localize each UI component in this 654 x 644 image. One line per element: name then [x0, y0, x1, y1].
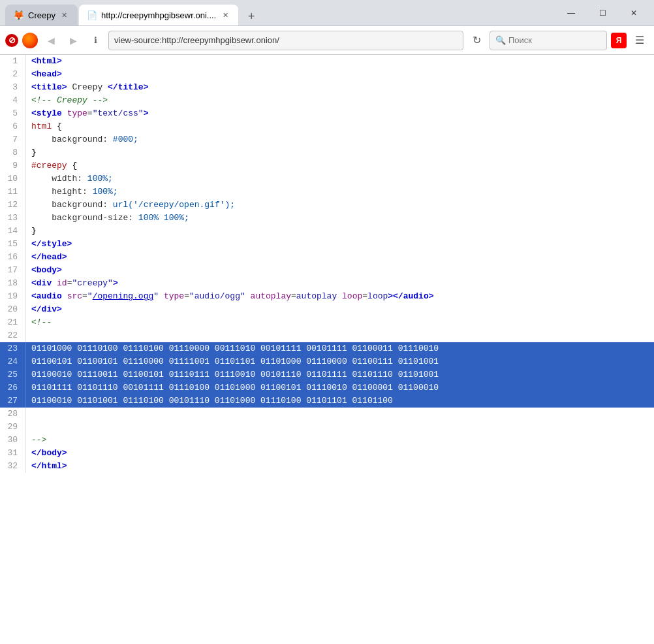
restore-button[interactable]: ☐ [587, 3, 617, 24]
line-content: <!-- [31, 316, 654, 329]
search-input[interactable] [508, 35, 593, 45]
line-number: 17 [0, 264, 26, 277]
line-content: width: 100%; [31, 172, 654, 185]
new-tab-button[interactable]: + [242, 7, 260, 25]
table-row: 18<div id="creepy"> [0, 277, 654, 290]
line-content: <style type="text/css"> [31, 107, 654, 120]
table-row: 21<!-- [0, 316, 654, 329]
line-number: 13 [0, 212, 26, 225]
forward-arrow-icon: ▶ [70, 35, 77, 46]
line-content [31, 408, 654, 421]
table-row: 30--> [0, 434, 654, 447]
line-content: background: url('/creepy/open.gif'); [31, 199, 654, 212]
line-number: 2 [0, 68, 26, 81]
line-content: #creepy { [31, 159, 654, 172]
table-row: 3<title> Creepy </title> [0, 81, 654, 94]
line-number: 22 [0, 329, 26, 342]
line-content: } [31, 225, 654, 238]
line-number: 1 [0, 55, 26, 68]
line-content: <head> [31, 68, 654, 81]
line-content [31, 421, 654, 434]
search-box: 🔍 [490, 31, 607, 50]
table-row: 2701100010 01101001 01110100 00101110 01… [0, 394, 654, 408]
home-icon[interactable] [22, 33, 38, 48]
info-button[interactable]: ℹ [86, 31, 104, 50]
line-content: <audio src="/opening.ogg" type="audio/og… [31, 290, 654, 303]
line-number: 26 [0, 381, 26, 394]
line-content: </div> [31, 303, 654, 316]
line-content: <body> [31, 264, 654, 277]
table-row: 6html { [0, 120, 654, 133]
forward-button[interactable]: ▶ [64, 31, 82, 50]
table-row: 2<head> [0, 68, 654, 81]
noscript-icon[interactable]: ⊘ [5, 34, 18, 47]
table-row: 2501100010 01110011 01100101 01110111 01… [0, 368, 654, 381]
line-content: 01100101 01100101 01110000 01111001 0110… [31, 355, 654, 368]
line-content: background-size: 100% 100%; [31, 212, 654, 225]
minimize-button[interactable]: — [556, 3, 586, 24]
line-number: 8 [0, 146, 26, 159]
line-number: 7 [0, 133, 26, 146]
table-row: 2401100101 01100101 01110000 01111001 01… [0, 355, 654, 368]
tab2-close-icon[interactable]: ✕ [220, 10, 230, 20]
tab1-close-icon[interactable]: ✕ [59, 10, 70, 20]
line-number: 18 [0, 277, 26, 290]
table-row: 14} [0, 225, 654, 238]
line-content: 01101000 01110100 01110100 01110000 0011… [31, 342, 654, 355]
yandex-icon[interactable]: Я [611, 33, 627, 48]
table-row: 32</html> [0, 460, 654, 473]
line-number: 16 [0, 251, 26, 264]
line-number: 24 [0, 355, 26, 368]
table-row: 15</style> [0, 238, 654, 251]
back-button[interactable]: ◀ [42, 31, 60, 50]
line-number: 28 [0, 408, 26, 421]
table-row: 20</div> [0, 303, 654, 316]
line-content: <div id="creepy"> [31, 277, 654, 290]
close-button[interactable]: ✕ [619, 3, 649, 24]
line-content: background: #000; [31, 133, 654, 146]
address-input[interactable] [108, 31, 463, 50]
line-number: 15 [0, 238, 26, 251]
table-row: 19<audio src="/opening.ogg" type="audio/… [0, 290, 654, 303]
table-row: 31</body> [0, 447, 654, 460]
page-icon: 📄 [87, 10, 97, 20]
plus-icon: + [248, 10, 255, 24]
line-number: 4 [0, 94, 26, 107]
line-content: </body> [31, 447, 654, 460]
line-number: 19 [0, 290, 26, 303]
table-row: 12 background: url('/creepy/open.gif'); [0, 199, 654, 212]
line-content: </html> [31, 460, 654, 473]
line-number: 12 [0, 199, 26, 212]
table-row: 10 width: 100%; [0, 172, 654, 185]
table-row: 28 [0, 408, 654, 421]
table-row: 22 [0, 329, 654, 342]
line-number: 14 [0, 225, 26, 238]
table-row: 11 height: 100%; [0, 185, 654, 199]
line-number: 25 [0, 368, 26, 381]
line-number: 11 [0, 185, 26, 199]
line-content: height: 100%; [31, 185, 654, 199]
line-number: 27 [0, 394, 26, 408]
line-content: } [31, 146, 654, 159]
tab2-label: http://creepymhpgibsewr.oni.... [101, 10, 216, 20]
reload-icon: ↻ [473, 34, 481, 46]
line-number: 10 [0, 172, 26, 185]
info-icon: ℹ [94, 35, 97, 45]
tab-strip: 🦊 Creepy ✕ 📄 http://creepymhpgibsewr.oni… [5, 0, 260, 25]
window-controls: — ☐ ✕ [556, 3, 649, 24]
address-bar: ⊘ ◀ ▶ ℹ ↻ 🔍 Я ☰ [0, 26, 654, 55]
line-number: 30 [0, 434, 26, 447]
line-content [31, 329, 654, 342]
tab-source[interactable]: 📄 http://creepymhpgibsewr.oni.... ✕ [79, 5, 238, 25]
tab-creepy[interactable]: 🦊 Creepy ✕ [5, 5, 78, 25]
line-number: 32 [0, 460, 26, 473]
table-row: 17<body> [0, 264, 654, 277]
table-row: 2601101111 01101110 00101111 01110100 01… [0, 381, 654, 394]
fox-icon: 🦊 [13, 10, 24, 20]
search-icon: 🔍 [495, 35, 506, 45]
line-number: 9 [0, 159, 26, 172]
reload-button[interactable]: ↻ [467, 31, 486, 50]
menu-button[interactable]: ☰ [631, 31, 649, 50]
table-row: 7 background: #000; [0, 133, 654, 146]
hamburger-icon: ☰ [635, 34, 644, 46]
